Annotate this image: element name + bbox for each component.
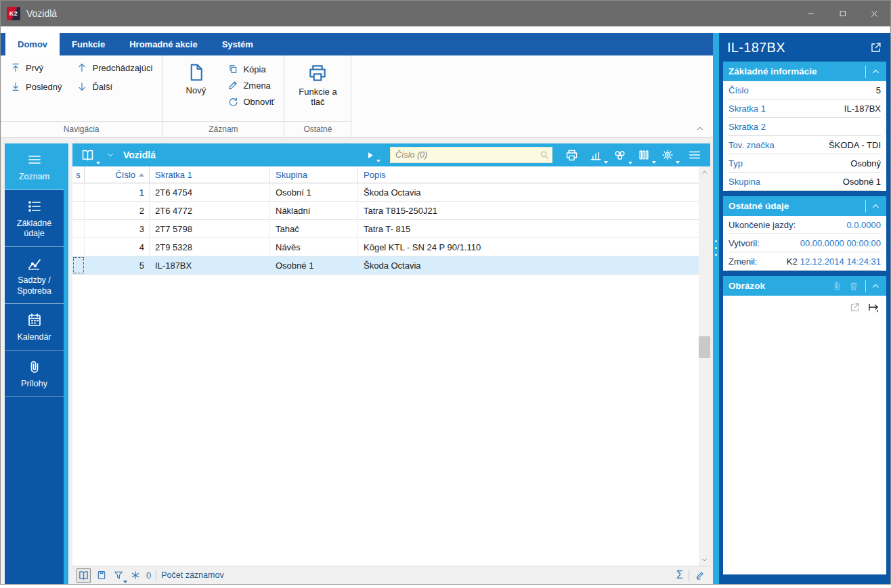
panel-splitter[interactable] (713, 33, 719, 584)
image-open-button[interactable] (849, 302, 861, 313)
tab-system[interactable]: Systém (210, 33, 265, 55)
refresh-button[interactable]: Obnoviť (227, 96, 274, 107)
grid-status-bar: 0 Počet záznamov Σ (72, 566, 710, 584)
close-button[interactable] (859, 1, 890, 26)
delete-image-button[interactable] (848, 281, 859, 292)
grid-toolbar: Vozidlá (72, 143, 710, 166)
search-icon (539, 150, 550, 160)
grid-title: Vozidlá (123, 150, 156, 160)
chevron-down-icon (701, 556, 708, 564)
group-label-navigacia: Navigácia (1, 121, 162, 137)
sidebar: Zoznam Základné údaje Sadzby / Spotreba … (5, 143, 68, 584)
last-button[interactable]: Posledný (10, 81, 62, 92)
table-row[interactable]: 4 2T9 5328 Návěs Kögel KTL - SN 24 P 90/… (72, 238, 699, 256)
sigma-icon: Σ (676, 569, 683, 581)
column-header-skupina[interactable]: Skupina (270, 166, 358, 183)
search-input[interactable] (390, 147, 552, 163)
functions-print-button[interactable]: Funkcie a tlač (294, 62, 341, 121)
section-zakladne-informacie: Základné informácie Číslo 5 Skratka 1 IL… (723, 62, 886, 191)
frozen-filter-button[interactable] (129, 569, 142, 581)
maximize-button[interactable] (827, 1, 859, 26)
sidebar-item-prilohy[interactable]: Prílohy (5, 350, 64, 397)
ribbon-tab-bar: Domov Funkcie Hromadné akcie Systém (1, 33, 713, 55)
sidebar-item-zakladne-udaje[interactable]: Základné údaje (5, 190, 64, 247)
print-button[interactable] (562, 148, 582, 162)
sidebar-item-kalendar[interactable]: Kalendár (5, 304, 64, 350)
grid-menu-button[interactable] (684, 148, 705, 162)
columns-button[interactable] (634, 148, 653, 162)
column-header-skratka1[interactable]: Skratka 1 (150, 166, 270, 183)
play-icon (365, 150, 375, 160)
new-button[interactable]: Nový (172, 62, 219, 121)
change-button[interactable]: Zmena (227, 80, 274, 91)
filter-icon (113, 570, 124, 581)
view-book-button[interactable] (78, 148, 97, 162)
scroll-up-button[interactable] (699, 166, 710, 178)
external-link-icon (849, 302, 861, 313)
next-button[interactable]: Ďalší (77, 81, 152, 92)
quick-edit-button[interactable] (694, 569, 706, 581)
vertical-scrollbar[interactable] (699, 166, 710, 566)
sum-button[interactable]: Σ (676, 568, 684, 582)
printer-icon (565, 148, 579, 162)
maximize-icon (839, 9, 847, 18)
section-ostatne-udaje: Ostatné údaje Ukončenie jazdy: 0.0.0000 … (723, 196, 886, 271)
gears-button[interactable] (610, 148, 630, 162)
open-record-button[interactable] (869, 41, 882, 54)
table-row-selected[interactable]: 5 IL-187BX Osobné 1 Škoda Octavia (72, 256, 699, 275)
printer-icon (307, 62, 328, 84)
start-search-button[interactable] (362, 150, 378, 160)
detail-titlebar: IL-187BX (719, 33, 890, 62)
gears-icon (613, 148, 627, 162)
scroll-down-button[interactable] (699, 554, 710, 566)
image-placeholder (723, 296, 886, 574)
column-header-s[interactable]: s (72, 166, 85, 183)
chart-button[interactable] (586, 148, 605, 162)
pencil-icon (227, 80, 238, 91)
table-row[interactable]: 3 2T7 5798 Tahač Tatra T- 815 (72, 220, 699, 238)
sidebar-item-sadzby-spotreba[interactable]: Sadzby / Spotreba (5, 247, 64, 304)
arrow-up-to-bar-icon (10, 62, 21, 73)
refresh-icon (227, 96, 238, 107)
filter-button[interactable] (112, 569, 125, 581)
settings-button[interactable] (658, 148, 677, 162)
table-row[interactable]: 1 2T6 4754 Osobní 1 Škoda Octavia (72, 183, 699, 202)
book-view-toggle-button[interactable] (77, 568, 91, 583)
focused-cell[interactable] (72, 256, 85, 274)
column-header-cislo[interactable]: Číslo (85, 166, 150, 183)
collapse-section-button[interactable] (871, 281, 881, 291)
collapse-ribbon-button[interactable] (695, 124, 705, 133)
titlebar: K2 Vozidlá (1, 1, 890, 26)
table-row[interactable]: 2 2T6 4772 Nákladní Tatra T815-250J21 (72, 202, 699, 220)
arrow-down-to-bar-icon (10, 81, 21, 92)
tab-hromadne-akcie[interactable]: Hromadné akcie (117, 33, 209, 55)
tab-domov[interactable]: Domov (5, 33, 60, 55)
hamburger-icon (687, 148, 702, 162)
scroll-track[interactable] (699, 178, 710, 554)
detail-row: Číslo 5 (729, 81, 881, 99)
collapse-section-button[interactable] (871, 66, 881, 76)
section-header[interactable]: Základné informácie (723, 62, 886, 81)
book-icon (81, 148, 95, 162)
card-view-button[interactable] (95, 569, 108, 581)
collapse-section-button[interactable] (871, 201, 881, 211)
tab-funkcie[interactable]: Funkcie (60, 33, 117, 55)
minimize-button[interactable] (795, 1, 827, 26)
attach-image-button[interactable] (831, 280, 843, 292)
column-header-popis[interactable]: Popis (358, 166, 699, 183)
scroll-thumb[interactable] (699, 336, 710, 358)
sidebar-item-zoznam[interactable]: Zoznam (5, 143, 64, 190)
section-header[interactable]: Obrázok (723, 276, 886, 296)
external-link-icon (869, 41, 882, 54)
section-header[interactable]: Ostatné údaje (723, 196, 886, 216)
copy-button[interactable]: Kópia (227, 64, 274, 74)
trash-icon (848, 281, 859, 292)
image-resize-button[interactable] (867, 301, 879, 313)
previous-button[interactable]: Predchádzajúci (77, 62, 152, 73)
first-button[interactable]: Prvý (10, 62, 62, 73)
ribbon-group-ostatne: Funkcie a tlač Ostatné (284, 55, 351, 137)
grid-title-chevron-button[interactable] (103, 150, 118, 160)
pencil-icon (695, 570, 705, 581)
list-icon (26, 198, 43, 214)
status-divider (689, 570, 689, 581)
